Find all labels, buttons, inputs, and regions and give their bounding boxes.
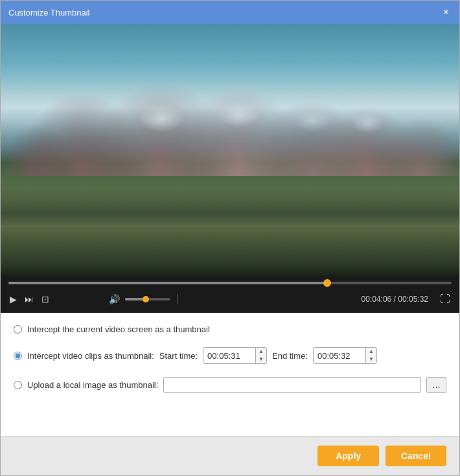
browse-button[interactable]: …: [426, 377, 446, 393]
option-intercept-screen-row: Intercept the current video screen as a …: [14, 324, 446, 334]
dialog-title: Customize Thumbnail: [8, 8, 89, 17]
time-divider: [177, 294, 178, 304]
footer: Apply Cancel: [1, 436, 459, 475]
intercept-clip-label: Intercept video clips as thumbnail:: [27, 351, 154, 361]
start-time-up[interactable]: ▲: [256, 348, 266, 356]
end-time-up[interactable]: ▲: [366, 348, 376, 356]
total-time: 00:05:32: [398, 295, 428, 304]
skip-icon: ⏭: [25, 294, 34, 304]
expand-button[interactable]: ⛶: [439, 292, 452, 306]
progress-fill: [8, 282, 327, 284]
end-time-input-wrap: ▲ ▼: [313, 347, 377, 364]
upload-label: Upload a local image as thumbnail:: [27, 380, 158, 390]
end-time-label: End time:: [272, 351, 308, 361]
customize-thumbnail-dialog: Customize Thumbnail × ▶ ⏭ ⊡ 🔊: [0, 0, 460, 476]
upload-radio[interactable]: [14, 381, 22, 389]
option-intercept-clip-row: Intercept video clips as thumbnail: Star…: [14, 347, 446, 364]
play-icon: ▶: [10, 294, 17, 304]
progress-thumb[interactable]: [323, 279, 331, 287]
skip-forward-button[interactable]: ⏭: [23, 293, 35, 306]
start-time-input-wrap: ▲ ▼: [203, 347, 267, 364]
close-button[interactable]: ×: [441, 6, 452, 19]
volume-track[interactable]: [125, 298, 170, 300]
controls-bar: ▶ ⏭ ⊡ 🔊 00:04:06 / 00:05:32 ⛶: [1, 289, 459, 313]
option-upload-row: Upload a local image as thumbnail: …: [14, 377, 446, 393]
cancel-button[interactable]: Cancel: [385, 446, 446, 466]
intercept-screen-label: Intercept the current video screen as a …: [27, 324, 210, 334]
video-preview: [1, 24, 459, 277]
apply-button[interactable]: Apply: [317, 446, 379, 466]
intercept-clip-radio[interactable]: [14, 352, 22, 360]
volume-thumb[interactable]: [143, 296, 149, 302]
end-time-down[interactable]: ▼: [366, 356, 376, 363]
end-time-input[interactable]: [314, 349, 365, 363]
bracket-icon: ⊡: [41, 294, 49, 304]
volume-button[interactable]: 🔊: [108, 293, 121, 306]
bracket-button[interactable]: ⊡: [40, 293, 51, 306]
title-bar: Customize Thumbnail ×: [1, 1, 459, 24]
start-time-down[interactable]: ▼: [256, 356, 266, 363]
scrubber-bar: [1, 277, 459, 289]
current-time: 00:04:06: [362, 295, 392, 304]
start-time-spinners: ▲ ▼: [255, 348, 266, 363]
intercept-screen-radio[interactable]: [14, 325, 22, 334]
start-time-input[interactable]: [203, 349, 255, 363]
progress-track[interactable]: [8, 282, 452, 284]
expand-icon: ⛶: [440, 293, 450, 305]
end-time-spinners: ▲ ▼: [365, 348, 376, 363]
volume-icon: 🔊: [109, 294, 120, 304]
upload-path-input[interactable]: [163, 377, 421, 393]
time-display: 00:04:06 / 00:05:32: [362, 295, 428, 304]
volume-section: 🔊: [108, 293, 180, 306]
start-time-label: Start time:: [159, 351, 198, 361]
play-button[interactable]: ▶: [8, 293, 18, 306]
video-frame: [1, 24, 459, 277]
time-inputs: Start time: ▲ ▼ End time: ▲ ▼: [159, 347, 377, 364]
options-section: Intercept the current video screen as a …: [1, 313, 459, 436]
